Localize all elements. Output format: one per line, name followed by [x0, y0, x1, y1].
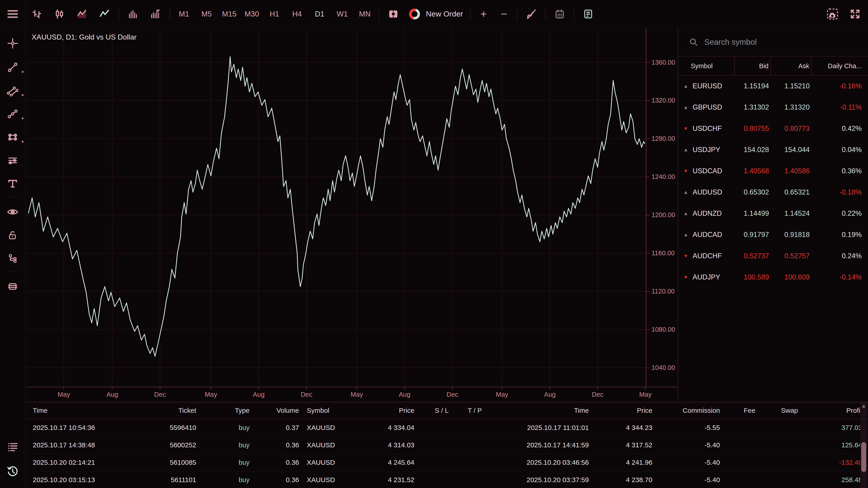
market-watch-row-USDCAD[interactable]: ▼USDCAD1.405681.405860.36%: [678, 160, 868, 182]
history-col-t-p-7[interactable]: T / P: [450, 407, 483, 414]
cell-ticket: 5596410: [152, 424, 197, 431]
market-watch-row-AUDJPY[interactable]: ▼AUDJPY100.589100.609-0.14%: [678, 267, 868, 288]
price-axis[interactable]: 1360.001320.001280.001240.001200.001160.…: [646, 28, 678, 387]
trend-line-tool[interactable]: [0, 60, 25, 74]
history-col-price-9[interactable]: Price: [590, 407, 654, 414]
daily-change-value: 0.19%: [811, 231, 868, 239]
zoom-in-button[interactable]: +: [473, 8, 494, 20]
candlestick-chart-button[interactable]: [48, 0, 70, 28]
time-axis-label: May: [350, 391, 363, 398]
timeframe-M30[interactable]: M30: [241, 10, 263, 18]
bar-chart-button[interactable]: [25, 0, 48, 28]
market-watch-row-EURUSD[interactable]: ▲EURUSD1.151941.15210-0.16%: [678, 75, 868, 97]
fullscreen-button[interactable]: [847, 0, 863, 28]
timeframe-MN[interactable]: MN: [353, 10, 376, 18]
history-row-5596410[interactable]: 2025.10.17 10:54:365596410buy0.37XAUUSD4…: [25, 419, 868, 436]
search-symbol-input[interactable]: [704, 37, 840, 46]
market-watch-row-GBPUSD[interactable]: ▲GBPUSD1.313021.31320-0.11%: [678, 97, 868, 118]
scrollbar-thumb[interactable]: [861, 442, 866, 472]
arrow-down-icon: ▼: [683, 126, 689, 131]
ask-value: 1.31320: [771, 103, 811, 111]
levels-tool[interactable]: [0, 153, 25, 168]
time-axis-tick: [112, 387, 112, 390]
table-scrollbar[interactable]: [860, 402, 867, 488]
price-axis-label: 1040.00: [647, 364, 675, 372]
line-chart-button[interactable]: [93, 0, 116, 28]
history-col-ticket-1[interactable]: Ticket: [152, 407, 197, 414]
volumes-icon: [128, 9, 138, 19]
calendar-button[interactable]: [548, 0, 571, 28]
history-row-5610085[interactable]: 2025.10.20 02:14:215610085buy0.36XAUUSD4…: [25, 454, 868, 471]
time-axis-tick: [550, 387, 550, 390]
area-chart-button[interactable]: [70, 0, 93, 28]
market-watch-row-USDCHF[interactable]: ▼USDCHF0.807550.807730.42%: [678, 118, 868, 139]
volumes-button[interactable]: [122, 0, 144, 28]
market-watch-col-daily-cha-[interactable]: Daily Cha...: [811, 57, 868, 75]
bid-value: 1.40568: [735, 167, 771, 175]
history-row-5611101[interactable]: 2025.10.20 03:15:135611101buy0.36XAUUSD4…: [25, 471, 868, 488]
tick-volumes-button[interactable]: [144, 0, 167, 28]
ask-value: 0.52757: [771, 252, 811, 260]
order-window-button[interactable]: [382, 0, 405, 28]
history-button[interactable]: [0, 464, 25, 479]
object-manager-button[interactable]: [0, 440, 25, 454]
timeframe-H4[interactable]: H4: [286, 10, 308, 18]
history-col-time-0[interactable]: Time: [25, 407, 152, 414]
timeframe-H1[interactable]: H1: [263, 10, 286, 18]
arrow-up-icon: ▲: [683, 232, 689, 237]
unlock-tool[interactable]: [0, 228, 25, 242]
polyline-tool[interactable]: [0, 107, 25, 121]
cell-ticket: 5600252: [152, 441, 197, 449]
history-col-commission-10[interactable]: Commission: [654, 407, 721, 414]
history-col-type-2[interactable]: Type: [197, 407, 251, 414]
crosshair-tool[interactable]: [0, 36, 25, 51]
channel-tool[interactable]: [0, 84, 25, 98]
history-col-swap-12[interactable]: Swap: [757, 407, 799, 414]
zoom-out-button[interactable]: −: [494, 8, 514, 20]
market-watch-row-AUDCAD[interactable]: ▲AUDCAD0.917970.918180.19%: [678, 224, 868, 246]
journal-button[interactable]: [577, 0, 599, 28]
chart-plot-area[interactable]: [25, 28, 646, 387]
history-row-5600252[interactable]: 2025.10.17 14:38:485600252buy0.36XAUUSD4…: [25, 436, 868, 454]
history-col-time-8[interactable]: Time: [483, 407, 590, 414]
arrow-up-icon: ▲: [683, 105, 689, 110]
ask-value: 100.609: [771, 273, 811, 281]
ask-value: 0.65321: [771, 188, 811, 196]
history-table-header[interactable]: TimeTicketTypeVolumeSymbolPriceS / LT / …: [25, 402, 868, 419]
object-list-tool[interactable]: [0, 251, 25, 266]
symbol-name: USDJPY: [692, 146, 720, 154]
shapes-tool[interactable]: [0, 130, 25, 144]
history-col-profit-13[interactable]: Profit: [799, 407, 864, 414]
text-tool[interactable]: [0, 176, 25, 191]
history-col-symbol-4[interactable]: Symbol: [301, 407, 378, 414]
timeframe-M15[interactable]: M15: [218, 10, 241, 18]
symbol-search[interactable]: [678, 28, 868, 57]
market-watch-col-symbol[interactable]: Symbol: [678, 57, 735, 75]
submenu-arrow-icon: [22, 140, 24, 143]
time-axis[interactable]: MayAugDecMayAugDecMayAugDecMayAugDecMay: [25, 387, 678, 402]
timeframe-W1[interactable]: W1: [331, 10, 353, 18]
scroll-up-arrow-icon[interactable]: [862, 404, 866, 408]
screenshot-button[interactable]: [825, 0, 840, 28]
history-col-price-5[interactable]: Price: [378, 407, 416, 414]
timeframe-M1[interactable]: M1: [173, 10, 195, 18]
market-watch-col-ask[interactable]: Ask: [771, 57, 811, 75]
market-watch-header[interactable]: SymbolBidAskDaily Cha...: [678, 57, 868, 75]
history-col-s-l-6[interactable]: S / L: [416, 407, 450, 414]
cell-volume: 0.36: [251, 476, 301, 484]
market-watch-row-AUDNZD[interactable]: ▲AUDNZD1.144991.145240.22%: [678, 203, 868, 224]
bid-value: 0.80755: [735, 125, 771, 133]
market-watch-col-bid[interactable]: Bid: [735, 57, 771, 75]
menu-button[interactable]: [0, 0, 25, 28]
history-col-fee-11[interactable]: Fee: [721, 407, 757, 414]
timeframe-M5[interactable]: M5: [195, 10, 218, 18]
timeframe-D1[interactable]: D1: [308, 10, 331, 18]
market-watch-row-AUDCHF[interactable]: ▼AUDCHF0.527370.527570.24%: [678, 246, 868, 267]
market-watch-row-AUDUSD[interactable]: ▲AUDUSD0.653020.65321-0.18%: [678, 182, 868, 203]
visibility-tool[interactable]: [0, 205, 25, 219]
new-order-button[interactable]: New Order: [409, 8, 463, 20]
indicators-button[interactable]: [520, 0, 542, 28]
delete-objects-tool[interactable]: [0, 279, 25, 294]
history-col-volume-3[interactable]: Volume: [251, 407, 301, 414]
market-watch-row-USDJPY[interactable]: ▲USDJPY154.028154.0440.04%: [678, 139, 868, 160]
